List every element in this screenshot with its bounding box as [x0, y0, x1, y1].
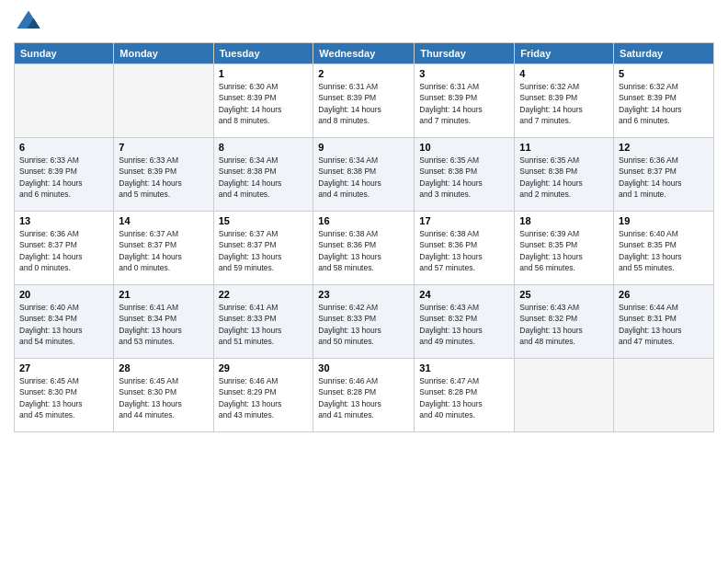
col-header-saturday: Saturday: [614, 43, 714, 64]
day-cell: [515, 359, 614, 432]
col-header-tuesday: Tuesday: [213, 43, 313, 64]
day-cell: 6Sunrise: 6:33 AM Sunset: 8:39 PM Daylig…: [15, 138, 114, 212]
day-cell: 5Sunrise: 6:32 AM Sunset: 8:39 PM Daylig…: [614, 64, 714, 138]
day-number: 11: [519, 142, 609, 153]
day-number: 15: [219, 215, 309, 226]
day-info: Sunrise: 6:43 AM Sunset: 8:32 PM Dayligh…: [419, 302, 509, 347]
day-number: 10: [419, 142, 509, 153]
day-number: 12: [619, 142, 709, 153]
day-info: Sunrise: 6:37 AM Sunset: 8:37 PM Dayligh…: [219, 228, 309, 273]
day-info: Sunrise: 6:33 AM Sunset: 8:39 PM Dayligh…: [19, 155, 108, 200]
day-info: Sunrise: 6:43 AM Sunset: 8:32 PM Dayligh…: [519, 302, 609, 347]
day-info: Sunrise: 6:39 AM Sunset: 8:35 PM Dayligh…: [519, 228, 609, 273]
day-cell: 29Sunrise: 6:46 AM Sunset: 8:29 PM Dayli…: [213, 359, 313, 432]
day-cell: [114, 64, 213, 138]
day-info: Sunrise: 6:37 AM Sunset: 8:37 PM Dayligh…: [119, 228, 208, 273]
day-cell: 14Sunrise: 6:37 AM Sunset: 8:37 PM Dayli…: [114, 212, 213, 285]
logo: [14, 9, 41, 35]
col-header-monday: Monday: [114, 43, 213, 64]
day-info: Sunrise: 6:47 AM Sunset: 8:28 PM Dayligh…: [419, 375, 509, 420]
day-info: Sunrise: 6:41 AM Sunset: 8:33 PM Dayligh…: [219, 302, 309, 347]
week-row-2: 6Sunrise: 6:33 AM Sunset: 8:39 PM Daylig…: [15, 138, 714, 212]
day-number: 2: [318, 68, 409, 79]
day-info: Sunrise: 6:46 AM Sunset: 8:28 PM Dayligh…: [318, 375, 409, 420]
day-number: 1: [219, 68, 309, 79]
day-cell: 20Sunrise: 6:40 AM Sunset: 8:34 PM Dayli…: [15, 285, 114, 359]
week-row-5: 27Sunrise: 6:45 AM Sunset: 8:30 PM Dayli…: [15, 359, 714, 432]
day-cell: [614, 359, 714, 432]
day-cell: 9Sunrise: 6:34 AM Sunset: 8:38 PM Daylig…: [313, 138, 415, 212]
day-number: 28: [119, 362, 208, 373]
day-number: 14: [119, 215, 208, 226]
day-info: Sunrise: 6:32 AM Sunset: 8:39 PM Dayligh…: [519, 81, 609, 126]
day-cell: 21Sunrise: 6:41 AM Sunset: 8:34 PM Dayli…: [114, 285, 213, 359]
day-cell: 10Sunrise: 6:35 AM Sunset: 8:38 PM Dayli…: [415, 138, 515, 212]
day-cell: 2Sunrise: 6:31 AM Sunset: 8:39 PM Daylig…: [313, 64, 415, 138]
day-info: Sunrise: 6:38 AM Sunset: 8:36 PM Dayligh…: [318, 228, 409, 273]
day-cell: 22Sunrise: 6:41 AM Sunset: 8:33 PM Dayli…: [213, 285, 313, 359]
day-cell: 1Sunrise: 6:30 AM Sunset: 8:39 PM Daylig…: [213, 64, 313, 138]
day-cell: 28Sunrise: 6:45 AM Sunset: 8:30 PM Dayli…: [114, 359, 213, 432]
calendar: SundayMondayTuesdayWednesdayThursdayFrid…: [14, 42, 714, 432]
day-cell: 4Sunrise: 6:32 AM Sunset: 8:39 PM Daylig…: [515, 64, 614, 138]
day-info: Sunrise: 6:44 AM Sunset: 8:31 PM Dayligh…: [619, 302, 709, 347]
day-info: Sunrise: 6:31 AM Sunset: 8:39 PM Dayligh…: [318, 81, 409, 126]
day-info: Sunrise: 6:36 AM Sunset: 8:37 PM Dayligh…: [619, 155, 709, 200]
day-cell: 18Sunrise: 6:39 AM Sunset: 8:35 PM Dayli…: [515, 212, 614, 285]
day-cell: 27Sunrise: 6:45 AM Sunset: 8:30 PM Dayli…: [15, 359, 114, 432]
col-header-sunday: Sunday: [15, 43, 114, 64]
day-number: 27: [19, 362, 108, 373]
week-row-1: 1Sunrise: 6:30 AM Sunset: 8:39 PM Daylig…: [15, 64, 714, 138]
day-number: 24: [419, 289, 509, 300]
day-info: Sunrise: 6:35 AM Sunset: 8:38 PM Dayligh…: [519, 155, 609, 200]
day-info: Sunrise: 6:46 AM Sunset: 8:29 PM Dayligh…: [219, 375, 309, 420]
calendar-header-row: SundayMondayTuesdayWednesdayThursdayFrid…: [15, 43, 714, 64]
day-cell: 11Sunrise: 6:35 AM Sunset: 8:38 PM Dayli…: [515, 138, 614, 212]
day-info: Sunrise: 6:40 AM Sunset: 8:34 PM Dayligh…: [19, 302, 108, 347]
day-info: Sunrise: 6:31 AM Sunset: 8:39 PM Dayligh…: [419, 81, 509, 126]
day-number: 3: [419, 68, 509, 79]
day-number: 17: [419, 215, 509, 226]
day-info: Sunrise: 6:32 AM Sunset: 8:39 PM Dayligh…: [619, 81, 709, 126]
day-number: 5: [619, 68, 709, 79]
day-number: 23: [318, 289, 409, 300]
day-cell: 16Sunrise: 6:38 AM Sunset: 8:36 PM Dayli…: [313, 212, 415, 285]
day-number: 20: [19, 289, 108, 300]
day-number: 22: [219, 289, 309, 300]
day-number: 19: [619, 215, 709, 226]
week-row-4: 20Sunrise: 6:40 AM Sunset: 8:34 PM Dayli…: [15, 285, 714, 359]
day-number: 31: [419, 362, 509, 373]
day-info: Sunrise: 6:34 AM Sunset: 8:38 PM Dayligh…: [219, 155, 309, 200]
col-header-friday: Friday: [515, 43, 614, 64]
col-header-thursday: Thursday: [415, 43, 515, 64]
day-info: Sunrise: 6:41 AM Sunset: 8:34 PM Dayligh…: [119, 302, 208, 347]
day-info: Sunrise: 6:40 AM Sunset: 8:35 PM Dayligh…: [619, 228, 709, 273]
day-info: Sunrise: 6:45 AM Sunset: 8:30 PM Dayligh…: [119, 375, 208, 420]
day-info: Sunrise: 6:42 AM Sunset: 8:33 PM Dayligh…: [318, 302, 409, 347]
day-info: Sunrise: 6:35 AM Sunset: 8:38 PM Dayligh…: [419, 155, 509, 200]
day-info: Sunrise: 6:45 AM Sunset: 8:30 PM Dayligh…: [19, 375, 108, 420]
day-cell: 25Sunrise: 6:43 AM Sunset: 8:32 PM Dayli…: [515, 285, 614, 359]
day-number: 26: [619, 289, 709, 300]
day-number: 30: [318, 362, 409, 373]
day-info: Sunrise: 6:38 AM Sunset: 8:36 PM Dayligh…: [419, 228, 509, 273]
day-cell: 15Sunrise: 6:37 AM Sunset: 8:37 PM Dayli…: [213, 212, 313, 285]
day-cell: 12Sunrise: 6:36 AM Sunset: 8:37 PM Dayli…: [614, 138, 714, 212]
day-number: 25: [519, 289, 609, 300]
day-info: Sunrise: 6:36 AM Sunset: 8:37 PM Dayligh…: [19, 228, 108, 273]
day-number: 4: [519, 68, 609, 79]
header: [14, 9, 714, 35]
day-number: 29: [219, 362, 309, 373]
day-number: 8: [219, 142, 309, 153]
day-info: Sunrise: 6:30 AM Sunset: 8:39 PM Dayligh…: [219, 81, 309, 126]
day-number: 13: [19, 215, 108, 226]
day-cell: [15, 64, 114, 138]
day-number: 7: [119, 142, 208, 153]
col-header-wednesday: Wednesday: [313, 43, 415, 64]
logo-icon: [16, 9, 41, 35]
day-cell: 8Sunrise: 6:34 AM Sunset: 8:38 PM Daylig…: [213, 138, 313, 212]
day-cell: 3Sunrise: 6:31 AM Sunset: 8:39 PM Daylig…: [415, 64, 515, 138]
day-cell: 30Sunrise: 6:46 AM Sunset: 8:28 PM Dayli…: [313, 359, 415, 432]
day-cell: 17Sunrise: 6:38 AM Sunset: 8:36 PM Dayli…: [415, 212, 515, 285]
day-cell: 31Sunrise: 6:47 AM Sunset: 8:28 PM Dayli…: [415, 359, 515, 432]
